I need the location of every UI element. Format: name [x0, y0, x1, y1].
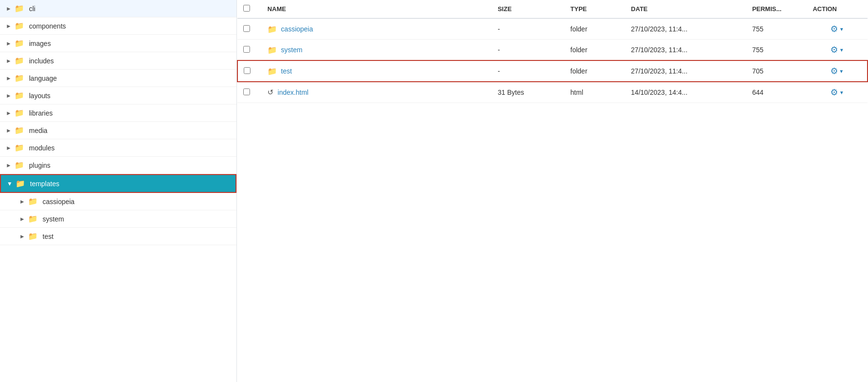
- row-permissions-cell: 705: [746, 60, 807, 82]
- row-permissions-cell: 755: [746, 40, 807, 61]
- row-size-cell: -: [492, 18, 564, 40]
- sidebar-item-cli[interactable]: ► 📁 cli: [0, 0, 236, 17]
- folder-icon: 📁: [15, 179, 26, 188]
- sidebar-item-label: media: [29, 127, 47, 134]
- table-row-test: 📁 test - folder 27/10/2023, 11:4... 705 …: [237, 60, 868, 82]
- column-header-name: NAME: [262, 0, 492, 18]
- sidebar-item-libraries[interactable]: ► 📁 libraries: [0, 104, 236, 122]
- folder-icon: 📁: [15, 161, 25, 170]
- action-button[interactable]: ⚙ ▼: [830, 24, 844, 34]
- gear-icon: ⚙: [830, 66, 838, 76]
- caret-down-icon: ▼: [839, 69, 844, 74]
- sidebar-item-label: modules: [29, 144, 55, 152]
- folder-icon: 📁: [15, 73, 25, 83]
- sidebar-item-label: cassiopeia: [43, 198, 74, 206]
- folder-icon: 📁: [267, 25, 277, 34]
- row-action-cell: ⚙ ▼: [807, 82, 868, 103]
- row-name-cell: 📁 system: [262, 40, 492, 61]
- folder-icon: 📁: [28, 232, 39, 241]
- row-name[interactable]: system: [281, 46, 302, 54]
- row-checkbox-cell: [237, 82, 262, 103]
- sidebar-item-language[interactable]: ► 📁 language: [0, 70, 236, 87]
- sidebar-item-layouts[interactable]: ► 📁 layouts: [0, 87, 236, 104]
- folder-icon: 📁: [15, 56, 25, 65]
- sidebar-item-components[interactable]: ► 📁 components: [0, 17, 236, 35]
- folder-icon: 📁: [15, 4, 25, 13]
- chevron-right-icon: ►: [6, 162, 15, 169]
- sidebar-item-plugins[interactable]: ► 📁 plugins: [0, 157, 236, 174]
- row-name[interactable]: index.html: [278, 88, 309, 96]
- row-date-cell: 14/10/2023, 14:4...: [625, 82, 747, 103]
- folder-icon: 📁: [15, 108, 25, 118]
- folder-icon: 📁: [28, 197, 39, 206]
- row-size-cell: -: [492, 40, 564, 61]
- select-all-checkbox[interactable]: [243, 5, 250, 12]
- sidebar-item-label: templates: [30, 180, 59, 188]
- chevron-right-icon: ►: [19, 198, 28, 205]
- chevron-right-icon: ►: [19, 216, 28, 222]
- folder-icon: 📁: [267, 45, 277, 55]
- row-name-cell: ↺ index.html: [262, 82, 492, 103]
- column-header-checkbox: [237, 0, 262, 18]
- sidebar-item-test-child[interactable]: ► 📁 test: [0, 228, 236, 245]
- sidebar-item-label: language: [29, 74, 57, 82]
- row-checkbox[interactable]: [243, 88, 250, 95]
- row-checkbox-cell: [237, 18, 262, 40]
- row-action-cell: ⚙ ▼: [807, 60, 868, 82]
- row-checkbox[interactable]: [243, 46, 250, 53]
- sidebar-item-includes[interactable]: ► 📁 includes: [0, 52, 236, 70]
- sidebar-item-images[interactable]: ► 📁 images: [0, 35, 236, 52]
- row-type-cell: folder: [565, 60, 625, 82]
- row-date-cell: 27/10/2023, 11:4...: [625, 60, 747, 82]
- chevron-right-icon: ►: [19, 233, 28, 240]
- chevron-right-icon: ►: [6, 58, 15, 64]
- folder-icon: 📁: [15, 21, 25, 30]
- gear-icon: ⚙: [830, 44, 838, 55]
- row-action-cell: ⚙ ▼: [807, 40, 868, 61]
- chevron-right-icon: ►: [6, 5, 15, 12]
- row-checkbox[interactable]: [244, 67, 250, 74]
- row-permissions-cell: 755: [746, 18, 807, 40]
- table-row: 📁 system - folder 27/10/2023, 11:4... 75…: [237, 40, 868, 61]
- action-button[interactable]: ⚙ ▼: [830, 66, 844, 76]
- caret-down-icon: ▼: [839, 47, 844, 53]
- chevron-right-icon: ►: [6, 40, 15, 47]
- sidebar-item-media[interactable]: ► 📁 media: [0, 122, 236, 139]
- action-button[interactable]: ⚙ ▼: [830, 44, 844, 55]
- chevron-right-icon: ►: [6, 92, 15, 99]
- folder-icon: 📁: [28, 214, 39, 223]
- column-header-date: DATE: [625, 0, 747, 18]
- chevron-right-icon: ►: [6, 110, 15, 117]
- folder-icon: 📁: [15, 126, 25, 135]
- folder-icon: 📁: [15, 39, 25, 48]
- row-checkbox[interactable]: [243, 25, 250, 32]
- action-button[interactable]: ⚙ ▼: [830, 87, 844, 98]
- column-header-action: ACTION: [807, 0, 868, 18]
- sidebar-item-label: plugins: [29, 162, 50, 169]
- sidebar-item-label: libraries: [29, 109, 53, 117]
- row-checkbox-cell: [237, 60, 262, 82]
- sidebar-item-system-child[interactable]: ► 📁 system: [0, 210, 236, 228]
- chevron-right-icon: ►: [6, 145, 15, 151]
- chevron-right-icon: ►: [6, 127, 15, 134]
- row-action-cell: ⚙ ▼: [807, 18, 868, 40]
- row-name[interactable]: cassiopeia: [281, 25, 313, 33]
- column-header-type: TYPE: [565, 0, 625, 18]
- row-size-cell: 31 Bytes: [492, 82, 564, 103]
- sidebar-item-label: includes: [29, 57, 54, 65]
- column-header-permissions: PERMIS...: [746, 0, 807, 18]
- row-name[interactable]: test: [281, 67, 292, 75]
- row-type-cell: folder: [565, 18, 625, 40]
- caret-down-icon: ▼: [839, 90, 844, 95]
- sidebar-item-cassiopeia-child[interactable]: ► 📁 cassiopeia: [0, 193, 236, 210]
- row-type-cell: folder: [565, 40, 625, 61]
- folder-icon: 📁: [15, 91, 25, 100]
- sidebar-item-label: layouts: [29, 92, 50, 100]
- sidebar-item-templates[interactable]: ▼ 📁 templates: [0, 174, 236, 193]
- row-name-cell: 📁 cassiopeia: [262, 18, 492, 40]
- sidebar-item-modules[interactable]: ► 📁 modules: [0, 139, 236, 157]
- file-icon: ↺: [267, 88, 274, 97]
- chevron-right-icon: ►: [6, 75, 15, 82]
- chevron-down-icon: ▼: [7, 180, 15, 187]
- table-row: 📁 cassiopeia - folder 27/10/2023, 11:4..…: [237, 18, 868, 40]
